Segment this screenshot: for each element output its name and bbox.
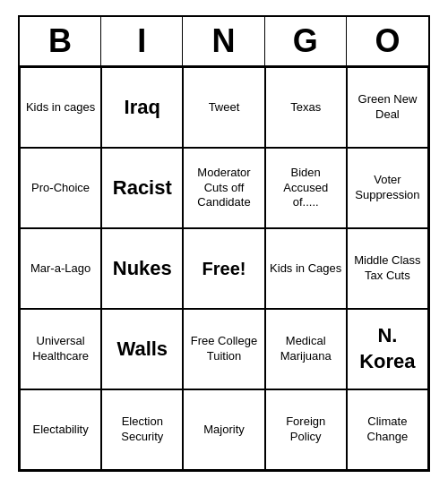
bingo-cell-22: Majority [183,389,264,470]
bingo-letter-I: I [101,17,183,65]
bingo-card: BINGO Kids in cagesIraqTweetTexasGreen N… [18,15,430,472]
bingo-cell-11: Nukes [101,228,183,309]
bingo-header: BINGO [20,17,428,67]
bingo-letter-B: B [20,17,101,65]
bingo-letter-O: O [347,17,428,65]
bingo-cell-1: Iraq [101,67,183,148]
bingo-cell-13: Kids in Cages [265,228,347,309]
bingo-cell-18: Medical Marijuana [265,309,347,389]
bingo-cell-12: Free! [183,228,264,309]
bingo-cell-17: Free College Tuition [183,309,264,389]
bingo-cell-3: Texas [265,67,347,148]
bingo-cell-20: Electability [20,389,101,470]
bingo-cell-0: Kids in cages [20,67,101,148]
bingo-cell-14: Middle Class Tax Cuts [347,228,428,309]
bingo-cell-9: Voter Suppression [347,148,428,228]
bingo-cell-5: Pro-Choice [20,148,101,228]
bingo-cell-16: Walls [101,309,183,389]
bingo-cell-21: Election Security [101,389,183,470]
bingo-cell-10: Mar-a-Lago [20,228,101,309]
bingo-cell-15: Universal Healthcare [20,309,101,389]
bingo-letter-G: G [265,17,347,65]
bingo-cell-2: Tweet [183,67,264,148]
bingo-grid: Kids in cagesIraqTweetTexasGreen New Dea… [20,67,428,470]
bingo-cell-6: Racist [101,148,183,228]
bingo-cell-24: Climate Change [347,389,428,470]
bingo-cell-8: Biden Accused of..... [265,148,347,228]
bingo-letter-N: N [183,17,264,65]
bingo-cell-19: N. Korea [347,309,428,389]
bingo-cell-23: Foreign Policy [265,389,347,470]
bingo-cell-4: Green New Deal [347,67,428,148]
bingo-cell-7: Moderator Cuts off Candidate [183,148,264,228]
